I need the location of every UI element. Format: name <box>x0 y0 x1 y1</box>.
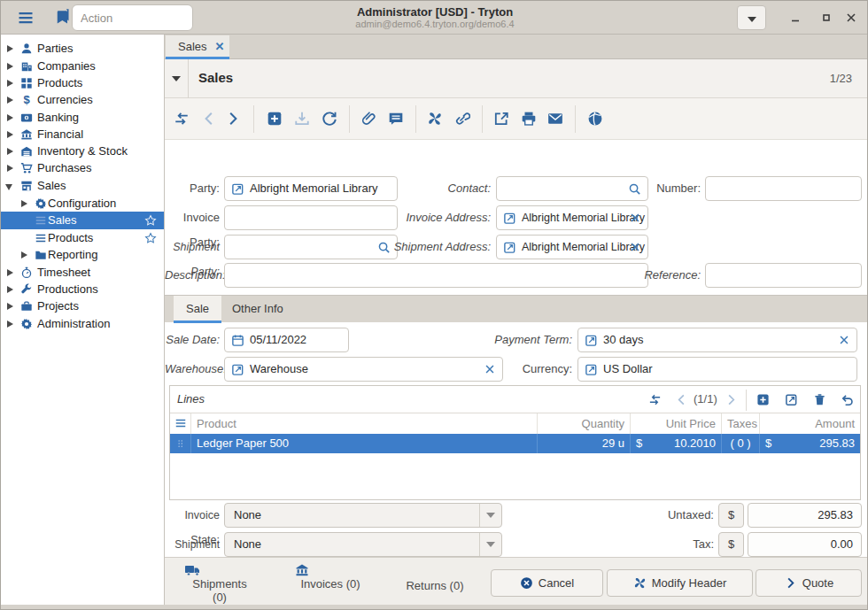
sidebar-item-productions[interactable]: Productions <box>1 281 164 298</box>
column-unit-price[interactable]: Unit Price <box>631 413 722 434</box>
description-field[interactable] <box>224 263 648 288</box>
sidebar-item-banking[interactable]: Banking <box>1 109 164 127</box>
tab-other-info[interactable]: Other Info <box>220 296 296 323</box>
sidebar-item-projects[interactable]: Projects <box>1 297 164 315</box>
open-record-icon[interactable] <box>231 363 244 376</box>
sidebar-item-companies[interactable]: Companies <box>1 58 164 75</box>
warehouse-field[interactable]: Warehouse <box>224 357 503 382</box>
clear-icon[interactable] <box>838 334 850 346</box>
sidebar-item-inventory-stock[interactable]: Inventory & Stock <box>1 143 164 160</box>
expander-icon[interactable] <box>7 148 13 155</box>
invoice-party-field[interactable] <box>224 205 398 230</box>
add-line-icon[interactable] <box>756 393 771 407</box>
sidebar-item-purchases[interactable]: Purchases <box>1 159 164 177</box>
number-field[interactable] <box>705 176 862 201</box>
expander-icon[interactable] <box>7 131 13 138</box>
action-launcher-icon[interactable] <box>427 111 443 127</box>
clear-icon[interactable] <box>629 241 641 253</box>
open-report-icon[interactable] <box>493 111 509 127</box>
reload-icon[interactable] <box>322 111 337 127</box>
tab-sale[interactable]: Sale <box>174 296 221 323</box>
currency-field[interactable]: US Dollar <box>577 357 857 382</box>
clear-icon[interactable] <box>484 363 496 375</box>
previous-record-icon[interactable] <box>201 111 217 127</box>
save-record-icon[interactable] <box>294 111 310 127</box>
sidebar-item-configuration[interactable]: Configuration <box>1 195 164 212</box>
invoices-link[interactable]: Invoices (0) <box>295 563 366 591</box>
expander-icon[interactable] <box>7 165 13 172</box>
sidebar-item-products[interactable]: Products <box>1 74 164 92</box>
email-icon[interactable] <box>547 111 563 127</box>
next-record-icon[interactable] <box>225 111 241 127</box>
menu-toggle-icon[interactable] <box>17 9 35 27</box>
expander-icon[interactable] <box>7 114 13 121</box>
sidebar-item-parties[interactable]: Parties <box>1 40 164 58</box>
modify-header-button[interactable]: Modify Header <box>607 569 753 597</box>
sidebar-item-administration[interactable]: Administration <box>1 315 164 333</box>
sidebar-item-timesheet[interactable]: Timesheet <box>1 264 164 282</box>
sidebar-item-sales[interactable]: Sales <box>1 177 164 195</box>
action-input[interactable] <box>72 4 193 31</box>
open-record-icon[interactable] <box>585 334 598 347</box>
reference-field[interactable] <box>705 263 862 288</box>
expander-icon[interactable] <box>5 184 12 190</box>
favorites-bookmark-icon[interactable] <box>54 8 72 26</box>
expander-icon[interactable] <box>7 63 13 70</box>
switch-view-icon[interactable] <box>648 393 663 407</box>
expander-icon[interactable] <box>7 80 13 87</box>
expander-icon[interactable] <box>7 303 13 310</box>
cancel-button[interactable]: Cancel <box>491 569 603 597</box>
sidebar-item-currencies[interactable]: $ Currencies <box>1 91 164 109</box>
column-product[interactable]: Product <box>191 413 538 434</box>
star-icon[interactable] <box>144 214 157 227</box>
print-icon[interactable] <box>521 111 537 127</box>
shipment-party-field[interactable] <box>224 235 398 259</box>
attachment-icon[interactable] <box>361 111 377 127</box>
drag-handle-icon[interactable] <box>170 434 191 453</box>
expander-icon[interactable] <box>7 286 13 293</box>
profile-dropdown-button[interactable] <box>737 5 766 30</box>
delete-line-icon[interactable] <box>813 393 827 407</box>
sidebar-item-reporting[interactable]: Reporting <box>1 246 164 264</box>
sale-date-field[interactable]: 05/11/2022 <box>224 328 349 352</box>
switch-view-icon[interactable] <box>174 111 190 127</box>
expander-icon[interactable] <box>21 251 27 259</box>
new-record-icon[interactable] <box>267 111 283 127</box>
contact-field[interactable] <box>496 176 648 201</box>
search-icon[interactable] <box>377 241 391 254</box>
sale-line-row[interactable]: Ledger Paper 500 29 u $10.2010 ( 0 ) $29… <box>170 434 860 453</box>
expander-icon[interactable] <box>7 269 13 276</box>
previous-line-icon[interactable] <box>675 393 689 407</box>
quote-button[interactable]: Quote <box>756 569 862 597</box>
undo-icon[interactable] <box>841 393 855 407</box>
close-button[interactable] <box>841 8 861 27</box>
web-icon[interactable] <box>587 111 603 127</box>
next-line-icon[interactable] <box>725 393 739 407</box>
open-record-icon[interactable] <box>585 363 598 376</box>
tab-sales[interactable]: Sales✕ <box>166 35 229 59</box>
sidebar-item-sales-view[interactable]: Sales <box>1 212 164 229</box>
party-field[interactable]: Albright Memorial Library <box>224 176 398 201</box>
clear-icon[interactable] <box>629 212 641 224</box>
note-icon[interactable] <box>388 111 404 127</box>
invoice-state-select[interactable]: None <box>224 503 502 528</box>
shipment-state-select[interactable]: None <box>224 532 502 557</box>
open-line-icon[interactable] <box>785 393 799 407</box>
open-record-icon[interactable] <box>503 241 516 254</box>
maximize-button[interactable] <box>817 8 836 27</box>
sidebar-item-products-view[interactable]: Products <box>1 229 164 247</box>
expander-icon[interactable] <box>21 200 27 207</box>
search-icon[interactable] <box>628 182 641 196</box>
returns-link[interactable]: Returns (0) <box>399 579 470 592</box>
calendar-icon[interactable] <box>231 334 244 347</box>
view-expander-button[interactable] <box>165 59 189 98</box>
shipment-address-field[interactable]: Albright Memorial Library <box>496 235 648 259</box>
expander-icon[interactable] <box>7 97 13 104</box>
column-amount[interactable]: Amount <box>760 413 860 434</box>
open-record-icon[interactable] <box>231 182 244 196</box>
star-icon[interactable] <box>144 232 157 244</box>
column-taxes[interactable]: Taxes <box>722 413 760 434</box>
open-record-icon[interactable] <box>503 212 516 225</box>
expander-icon[interactable] <box>7 320 13 328</box>
shipments-link[interactable]: Shipments (0) <box>184 563 255 604</box>
